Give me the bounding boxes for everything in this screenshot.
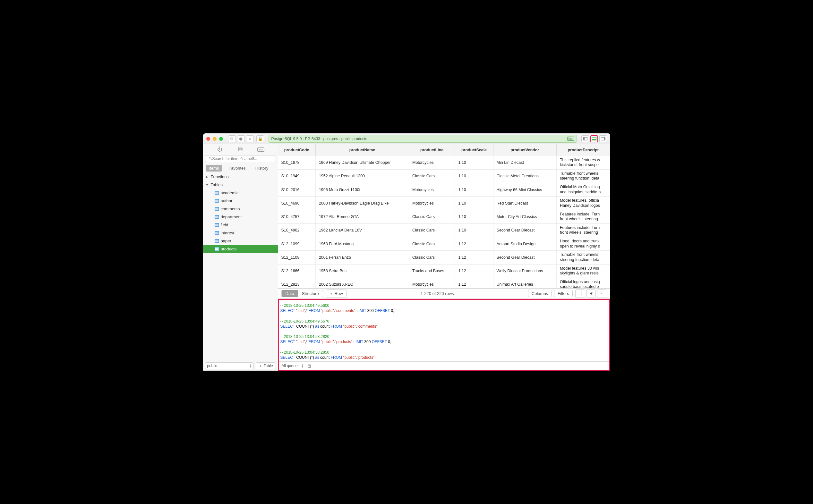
cell[interactable]: 1962 LanciaA Delta 16V	[315, 223, 409, 237]
cell[interactable]: Hood, doors and trunk open to reveal hig…	[556, 237, 610, 251]
cell[interactable]: Trucks and Buses	[409, 264, 455, 278]
cell[interactable]: 1:10	[455, 183, 493, 197]
cell[interactable]: Motorcycles	[409, 197, 455, 210]
cell[interactable]: 1:12	[455, 278, 493, 289]
lock-button[interactable]: 🔒	[256, 135, 264, 142]
cell[interactable]: 1:10	[455, 210, 493, 223]
stop-button[interactable]: ⊘	[228, 135, 236, 142]
cell[interactable]: S10_4698	[278, 197, 316, 210]
cell[interactable]: Highway 66 Mini Classics	[493, 183, 556, 197]
cell[interactable]: Official logos and insig saddle bags loc…	[556, 278, 610, 289]
table-row[interactable]: S10_20161996 Moto Guzzi 1100iMotorcycles…	[278, 183, 610, 197]
cell[interactable]: 1:12	[455, 237, 493, 251]
table-row[interactable]: S12_16661958 Setra BusTrucks and Buses1:…	[278, 264, 610, 278]
power-icon[interactable]: ⏻	[216, 146, 223, 153]
structure-tab[interactable]: Structure	[298, 290, 323, 297]
cell[interactable]: Motor City Art Classics	[493, 210, 556, 223]
cell[interactable]: 2001 Ferrari Enzo	[315, 251, 409, 264]
preview-button[interactable]: ◉	[237, 135, 245, 142]
cell[interactable]: Welly Diecast Productions	[493, 264, 556, 278]
cell[interactable]: 1:12	[455, 251, 493, 264]
cell[interactable]: Classic Cars	[409, 169, 455, 183]
cell[interactable]: Turnable front wheels; steering function…	[556, 251, 610, 264]
data-tab[interactable]: Data	[282, 290, 298, 297]
tab-items[interactable]: Items	[206, 165, 222, 172]
cell[interactable]: Classic Cars	[409, 251, 455, 264]
column-header[interactable]: productDescript	[556, 144, 610, 156]
cell[interactable]: Motorcycles	[409, 156, 455, 169]
tree-tables[interactable]: ▼Tables	[203, 181, 278, 189]
data-grid[interactable]: productCodeproductNameproductLineproduct…	[278, 144, 610, 289]
table-row[interactable]: S10_16781969 Harley Davidson Ultimate Ch…	[278, 156, 610, 169]
column-header[interactable]: productVendor	[493, 144, 556, 156]
sidebar-table-paper[interactable]: paper	[203, 237, 278, 245]
cell[interactable]: Official Moto Guzzi log and insignias, s…	[556, 183, 610, 197]
cell[interactable]: 1996 Moto Guzzi 1100i	[315, 183, 409, 197]
cell[interactable]: S12_2823	[278, 278, 316, 289]
column-header[interactable]: productLine	[409, 144, 455, 156]
sidebar-table-department[interactable]: department	[203, 213, 278, 221]
cell[interactable]: 1:10	[455, 223, 493, 237]
cell[interactable]: Features include: Turn front wheels; ste…	[556, 210, 610, 223]
cell[interactable]: 1969 Harley Davidson Ultimate Chopper	[315, 156, 409, 169]
cell[interactable]: Classic Cars	[409, 223, 455, 237]
prev-page-button[interactable]: 〈	[575, 290, 585, 298]
cell[interactable]: This replica features w kickstand, front…	[556, 156, 610, 169]
table-row[interactable]: S10_49621962 LanciaA Delta 16VClassic Ca…	[278, 223, 610, 237]
cell[interactable]: S10_4757	[278, 210, 316, 223]
add-table-button[interactable]: ＋Table	[256, 362, 276, 369]
tab-history[interactable]: History	[252, 165, 271, 172]
next-page-button[interactable]: 〉	[597, 290, 607, 298]
cell[interactable]: S10_4962	[278, 223, 316, 237]
list-button[interactable]: ≡	[246, 135, 254, 142]
table-row[interactable]: S10_47571972 Alfa Romeo GTAClassic Cars1…	[278, 210, 610, 223]
minimize-window-button[interactable]	[213, 137, 216, 141]
cell[interactable]: Classic Cars	[409, 237, 455, 251]
cell[interactable]: Motorcycles	[409, 183, 455, 197]
toggle-right-panel-button[interactable]	[599, 135, 607, 142]
column-header[interactable]: productScale	[455, 144, 493, 156]
cell[interactable]: Unimax Art Galleries	[493, 278, 556, 289]
cell[interactable]: Autoart Studio Design	[493, 237, 556, 251]
table-row[interactable]: S12_10991968 Ford MustangClassic Cars1:1…	[278, 237, 610, 251]
add-row-button[interactable]: ＋Row	[326, 290, 346, 298]
cell[interactable]: Features include: Turn front wheels; ste…	[556, 223, 610, 237]
cell[interactable]: S12_1099	[278, 237, 316, 251]
sidebar-table-author[interactable]: author	[203, 197, 278, 205]
table-row[interactable]: S10_46982003 Harley-Davidson Eagle Drag …	[278, 197, 610, 210]
sidebar-table-comments[interactable]: comments	[203, 205, 278, 213]
cell[interactable]: Turnable front wheels; steering function…	[556, 169, 610, 183]
close-window-button[interactable]	[206, 137, 210, 141]
log-filter-selector[interactable]: All queries▴▾	[282, 364, 303, 368]
settings-button[interactable]: ✱	[587, 290, 596, 298]
sidebar-table-products[interactable]: products	[203, 245, 278, 253]
filters-button[interactable]: Filters	[554, 290, 572, 297]
cell[interactable]: 1958 Setra Bus	[315, 264, 409, 278]
zoom-window-button[interactable]	[219, 137, 223, 141]
cell[interactable]: 1:12	[455, 264, 493, 278]
schema-selector[interactable]: public▴▾	[205, 362, 254, 369]
database-icon[interactable]	[237, 146, 243, 153]
column-header[interactable]: productName	[315, 144, 409, 156]
cell[interactable]: 1968 Ford Mustang	[315, 237, 409, 251]
toggle-left-panel-button[interactable]	[581, 135, 589, 142]
cell[interactable]: Second Gear Diecast	[493, 251, 556, 264]
table-row[interactable]: S12_28232002 Suzuki XREOMotorcycles1:12U…	[278, 278, 610, 289]
cell[interactable]: S12_1666	[278, 264, 316, 278]
clear-log-button[interactable]: 🗑	[307, 363, 311, 368]
cell[interactable]: S10_1949	[278, 169, 316, 183]
cell[interactable]: Motorcycles	[409, 278, 455, 289]
cell[interactable]: 1:10	[455, 197, 493, 210]
cell[interactable]: 1:10	[455, 156, 493, 169]
tree-functions[interactable]: ▶Functions	[203, 173, 278, 181]
toggle-bottom-panel-button[interactable]	[590, 135, 598, 142]
columns-button[interactable]: Columns	[528, 290, 552, 297]
cell[interactable]: 1972 Alfa Romeo GTA	[315, 210, 409, 223]
cell[interactable]: 1952 Alpine Renault 1300	[315, 169, 409, 183]
cell[interactable]: Min Lin Diecast	[493, 156, 556, 169]
cell[interactable]: 2002 Suzuki XREO	[315, 278, 409, 289]
column-header[interactable]: productCode	[278, 144, 316, 156]
cell[interactable]: 2003 Harley-Davidson Eagle Drag Bike	[315, 197, 409, 210]
cell[interactable]: 1:10	[455, 169, 493, 183]
cell[interactable]: S10_2016	[278, 183, 316, 197]
